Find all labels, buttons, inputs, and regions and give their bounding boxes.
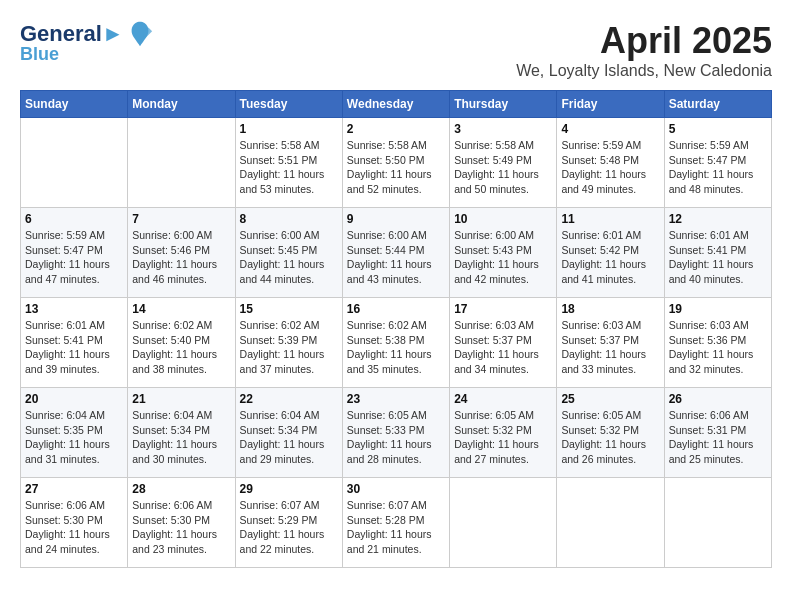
logo-icon: [126, 20, 154, 48]
calendar-cell: 4Sunrise: 5:59 AM Sunset: 5:48 PM Daylig…: [557, 118, 664, 208]
day-number: 1: [240, 122, 338, 136]
weekday-header-monday: Monday: [128, 91, 235, 118]
weekday-header-sunday: Sunday: [21, 91, 128, 118]
day-info: Sunrise: 6:00 AM Sunset: 5:44 PM Dayligh…: [347, 228, 445, 287]
day-number: 4: [561, 122, 659, 136]
day-number: 6: [25, 212, 123, 226]
day-info: Sunrise: 6:03 AM Sunset: 5:36 PM Dayligh…: [669, 318, 767, 377]
calendar-cell: 13Sunrise: 6:01 AM Sunset: 5:41 PM Dayli…: [21, 298, 128, 388]
day-info: Sunrise: 5:59 AM Sunset: 5:48 PM Dayligh…: [561, 138, 659, 197]
calendar-week-1: 1Sunrise: 5:58 AM Sunset: 5:51 PM Daylig…: [21, 118, 772, 208]
day-info: Sunrise: 6:06 AM Sunset: 5:30 PM Dayligh…: [25, 498, 123, 557]
calendar-cell: 7Sunrise: 6:00 AM Sunset: 5:46 PM Daylig…: [128, 208, 235, 298]
calendar-week-5: 27Sunrise: 6:06 AM Sunset: 5:30 PM Dayli…: [21, 478, 772, 568]
day-number: 24: [454, 392, 552, 406]
day-info: Sunrise: 6:06 AM Sunset: 5:30 PM Dayligh…: [132, 498, 230, 557]
day-info: Sunrise: 5:59 AM Sunset: 5:47 PM Dayligh…: [25, 228, 123, 287]
calendar-cell: 21Sunrise: 6:04 AM Sunset: 5:34 PM Dayli…: [128, 388, 235, 478]
day-info: Sunrise: 5:58 AM Sunset: 5:50 PM Dayligh…: [347, 138, 445, 197]
calendar-cell: 9Sunrise: 6:00 AM Sunset: 5:44 PM Daylig…: [342, 208, 449, 298]
calendar: SundayMondayTuesdayWednesdayThursdayFrid…: [20, 90, 772, 568]
day-number: 28: [132, 482, 230, 496]
calendar-cell: 17Sunrise: 6:03 AM Sunset: 5:37 PM Dayli…: [450, 298, 557, 388]
day-info: Sunrise: 6:02 AM Sunset: 5:38 PM Dayligh…: [347, 318, 445, 377]
day-info: Sunrise: 6:05 AM Sunset: 5:32 PM Dayligh…: [454, 408, 552, 467]
day-info: Sunrise: 6:02 AM Sunset: 5:40 PM Dayligh…: [132, 318, 230, 377]
day-info: Sunrise: 5:58 AM Sunset: 5:49 PM Dayligh…: [454, 138, 552, 197]
day-info: Sunrise: 6:06 AM Sunset: 5:31 PM Dayligh…: [669, 408, 767, 467]
month-year: April 2025: [516, 20, 772, 62]
calendar-cell: 27Sunrise: 6:06 AM Sunset: 5:30 PM Dayli…: [21, 478, 128, 568]
day-number: 18: [561, 302, 659, 316]
calendar-cell: 22Sunrise: 6:04 AM Sunset: 5:34 PM Dayli…: [235, 388, 342, 478]
day-info: Sunrise: 6:00 AM Sunset: 5:46 PM Dayligh…: [132, 228, 230, 287]
calendar-cell: 26Sunrise: 6:06 AM Sunset: 5:31 PM Dayli…: [664, 388, 771, 478]
calendar-cell: 16Sunrise: 6:02 AM Sunset: 5:38 PM Dayli…: [342, 298, 449, 388]
weekday-header-tuesday: Tuesday: [235, 91, 342, 118]
logo: General► Blue: [20, 20, 154, 65]
calendar-cell: 14Sunrise: 6:02 AM Sunset: 5:40 PM Dayli…: [128, 298, 235, 388]
day-number: 9: [347, 212, 445, 226]
day-info: Sunrise: 6:05 AM Sunset: 5:33 PM Dayligh…: [347, 408, 445, 467]
calendar-cell: 5Sunrise: 5:59 AM Sunset: 5:47 PM Daylig…: [664, 118, 771, 208]
day-number: 22: [240, 392, 338, 406]
day-info: Sunrise: 5:59 AM Sunset: 5:47 PM Dayligh…: [669, 138, 767, 197]
day-info: Sunrise: 6:05 AM Sunset: 5:32 PM Dayligh…: [561, 408, 659, 467]
day-info: Sunrise: 6:04 AM Sunset: 5:34 PM Dayligh…: [132, 408, 230, 467]
day-number: 8: [240, 212, 338, 226]
calendar-cell: 2Sunrise: 5:58 AM Sunset: 5:50 PM Daylig…: [342, 118, 449, 208]
location: We, Loyalty Islands, New Caledonia: [516, 62, 772, 80]
day-number: 20: [25, 392, 123, 406]
weekday-header-wednesday: Wednesday: [342, 91, 449, 118]
day-info: Sunrise: 6:03 AM Sunset: 5:37 PM Dayligh…: [561, 318, 659, 377]
calendar-cell: 10Sunrise: 6:00 AM Sunset: 5:43 PM Dayli…: [450, 208, 557, 298]
day-number: 5: [669, 122, 767, 136]
calendar-cell: 11Sunrise: 6:01 AM Sunset: 5:42 PM Dayli…: [557, 208, 664, 298]
calendar-cell: 18Sunrise: 6:03 AM Sunset: 5:37 PM Dayli…: [557, 298, 664, 388]
calendar-cell: [450, 478, 557, 568]
day-number: 23: [347, 392, 445, 406]
day-number: 13: [25, 302, 123, 316]
weekday-header-thursday: Thursday: [450, 91, 557, 118]
day-info: Sunrise: 6:00 AM Sunset: 5:43 PM Dayligh…: [454, 228, 552, 287]
day-info: Sunrise: 5:58 AM Sunset: 5:51 PM Dayligh…: [240, 138, 338, 197]
calendar-week-2: 6Sunrise: 5:59 AM Sunset: 5:47 PM Daylig…: [21, 208, 772, 298]
day-number: 16: [347, 302, 445, 316]
day-number: 11: [561, 212, 659, 226]
calendar-cell: 1Sunrise: 5:58 AM Sunset: 5:51 PM Daylig…: [235, 118, 342, 208]
calendar-cell: [557, 478, 664, 568]
day-info: Sunrise: 6:03 AM Sunset: 5:37 PM Dayligh…: [454, 318, 552, 377]
day-number: 21: [132, 392, 230, 406]
day-number: 30: [347, 482, 445, 496]
calendar-cell: 25Sunrise: 6:05 AM Sunset: 5:32 PM Dayli…: [557, 388, 664, 478]
day-number: 10: [454, 212, 552, 226]
day-number: 19: [669, 302, 767, 316]
day-info: Sunrise: 6:01 AM Sunset: 5:41 PM Dayligh…: [669, 228, 767, 287]
day-number: 12: [669, 212, 767, 226]
day-info: Sunrise: 6:07 AM Sunset: 5:29 PM Dayligh…: [240, 498, 338, 557]
weekday-header-saturday: Saturday: [664, 91, 771, 118]
calendar-cell: 15Sunrise: 6:02 AM Sunset: 5:39 PM Dayli…: [235, 298, 342, 388]
calendar-cell: 28Sunrise: 6:06 AM Sunset: 5:30 PM Dayli…: [128, 478, 235, 568]
day-number: 27: [25, 482, 123, 496]
page-header: General► Blue April 2025 We, Loyalty Isl…: [20, 20, 772, 80]
calendar-cell: 19Sunrise: 6:03 AM Sunset: 5:36 PM Dayli…: [664, 298, 771, 388]
day-info: Sunrise: 6:04 AM Sunset: 5:35 PM Dayligh…: [25, 408, 123, 467]
calendar-cell: 3Sunrise: 5:58 AM Sunset: 5:49 PM Daylig…: [450, 118, 557, 208]
calendar-week-4: 20Sunrise: 6:04 AM Sunset: 5:35 PM Dayli…: [21, 388, 772, 478]
logo-text: General►: [20, 22, 124, 46]
calendar-cell: 20Sunrise: 6:04 AM Sunset: 5:35 PM Dayli…: [21, 388, 128, 478]
weekday-header-friday: Friday: [557, 91, 664, 118]
day-number: 29: [240, 482, 338, 496]
title-section: April 2025 We, Loyalty Islands, New Cale…: [516, 20, 772, 80]
calendar-cell: [21, 118, 128, 208]
day-info: Sunrise: 6:01 AM Sunset: 5:42 PM Dayligh…: [561, 228, 659, 287]
calendar-header-row: SundayMondayTuesdayWednesdayThursdayFrid…: [21, 91, 772, 118]
calendar-cell: 12Sunrise: 6:01 AM Sunset: 5:41 PM Dayli…: [664, 208, 771, 298]
day-info: Sunrise: 6:04 AM Sunset: 5:34 PM Dayligh…: [240, 408, 338, 467]
day-info: Sunrise: 6:00 AM Sunset: 5:45 PM Dayligh…: [240, 228, 338, 287]
day-number: 15: [240, 302, 338, 316]
calendar-cell: 6Sunrise: 5:59 AM Sunset: 5:47 PM Daylig…: [21, 208, 128, 298]
calendar-cell: 8Sunrise: 6:00 AM Sunset: 5:45 PM Daylig…: [235, 208, 342, 298]
day-number: 2: [347, 122, 445, 136]
